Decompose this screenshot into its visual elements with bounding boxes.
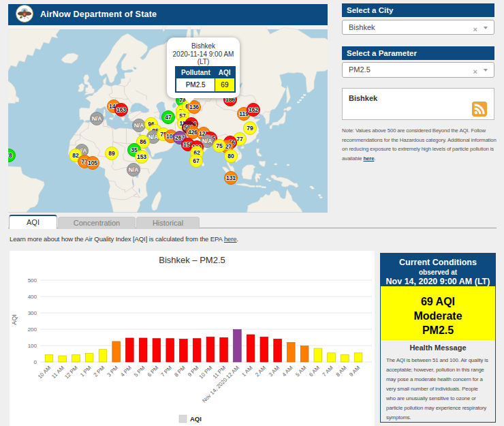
svg-text:300: 300 — [28, 310, 37, 316]
svg-text:67: 67 — [193, 157, 200, 164]
svg-text:47: 47 — [165, 114, 172, 121]
svg-text:78: 78 — [8, 152, 12, 159]
svg-text:82: 82 — [72, 152, 79, 159]
svg-text:89: 89 — [108, 150, 115, 157]
svg-text:162: 162 — [249, 106, 258, 113]
svg-text:79: 79 — [247, 125, 253, 132]
svg-text:163: 163 — [116, 106, 126, 113]
svg-text:N/A: N/A — [134, 122, 144, 129]
svg-text:0: 0 — [34, 359, 37, 365]
svg-text:N/A: N/A — [202, 138, 212, 144]
svg-text:86: 86 — [140, 138, 146, 145]
svg-text:426: 426 — [188, 129, 198, 136]
svg-text:400: 400 — [28, 294, 37, 300]
svg-text:N/A: N/A — [92, 115, 102, 122]
svg-text:80: 80 — [227, 153, 234, 159]
svg-text:200: 200 — [28, 326, 37, 333]
svg-text:AQI: AQI — [190, 415, 202, 423]
svg-text:Bishkek – PM2.5: Bishkek – PM2.5 — [159, 255, 225, 265]
svg-text:75: 75 — [216, 142, 223, 149]
svg-text:N/A: N/A — [129, 166, 139, 173]
svg-text:500: 500 — [28, 277, 37, 284]
svg-text:77: 77 — [236, 136, 243, 142]
svg-text:100: 100 — [28, 343, 37, 349]
svg-text:131: 131 — [226, 174, 236, 181]
svg-text:136: 136 — [189, 104, 199, 110]
svg-text:105: 105 — [88, 159, 97, 166]
svg-text:153: 153 — [137, 153, 146, 160]
svg-text:AQI: AQI — [11, 314, 18, 325]
